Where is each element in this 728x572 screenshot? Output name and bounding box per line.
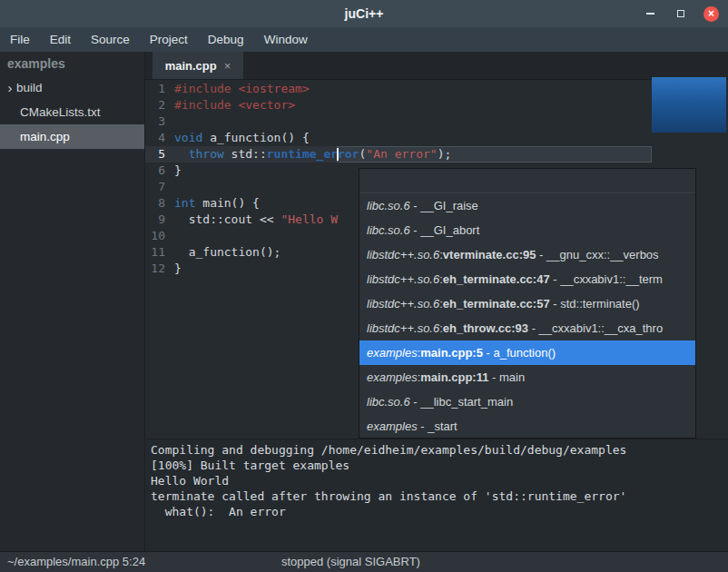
backtrace-list: libc.so.6 - __GI_raiselibc.so.6 - __GI_a… [359, 193, 695, 439]
code-token: void [174, 131, 202, 144]
window-title: juCi++ [0, 0, 728, 27]
code-token: #include [174, 82, 238, 95]
tooltip-overlay [652, 77, 726, 133]
code-token: } [174, 163, 182, 177]
file-tree-item-main-cpp[interactable]: main.cpp [0, 124, 144, 149]
backtrace-frame[interactable]: libc.so.6 - __GI_raise [359, 193, 695, 218]
menu-item-window[interactable]: Window [254, 27, 318, 52]
output-panel: Compiling and debugging /home/eidheim/ex… [145, 439, 728, 551]
line-numbers: 123456789101112 [145, 81, 172, 277]
line-number: 9 [145, 212, 172, 228]
line-number: 2 [145, 97, 172, 113]
backtrace-frame[interactable]: examples:main.cpp:11 - main [359, 365, 695, 390]
menu-item-source[interactable]: Source [81, 27, 140, 52]
code-token: std::cout << [174, 212, 280, 226]
line-number: 3 [145, 113, 172, 130]
frame-library: libstdc++.so.6 [367, 272, 439, 286]
code-line-1: #include <iostream> [174, 81, 728, 97]
file-tree-item-label: CMakeLists.txt [0, 100, 101, 124]
menubar: FileEditSourceProjectDebugWindow [0, 27, 728, 52]
code-token: runtime_er [267, 147, 338, 161]
backtrace-frame[interactable]: libstdc++.so.6:eh_throw.cc:93 - __cxxabi… [359, 316, 695, 340]
backtrace-frame[interactable]: libstdc++.so.6:vterminate.cc:95 - __gnu_… [359, 242, 695, 267]
code-token: throw [189, 147, 224, 161]
window-controls: × [642, 0, 719, 27]
close-button[interactable]: × [703, 6, 719, 22]
file-tree-item-cmakelists-txt[interactable]: CMakeLists.txt [0, 100, 144, 124]
frame-location: main.cpp:11 [420, 370, 488, 384]
line-number: 11 [145, 244, 172, 261]
code-token: ); [438, 147, 452, 161]
backtrace-frame[interactable]: libstdc++.so.6:eh_terminate.cc:47 - __cx… [359, 267, 695, 291]
line-number: 4 [145, 130, 172, 146]
tab-close-icon[interactable]: × [224, 59, 231, 73]
backtrace-frame[interactable]: libstdc++.so.6:eh_terminate.cc:57 - std:… [359, 291, 695, 316]
code-token: <iostream> [238, 82, 309, 95]
file-tree-sidebar: examples ›buildCMakeLists.txtmain.cpp [0, 52, 145, 551]
titlebar[interactable]: juCi++ × [0, 0, 728, 27]
chevron-right-icon[interactable]: › [4, 75, 16, 100]
maximize-icon [677, 10, 684, 17]
tabbar: main.cpp × [145, 52, 728, 80]
file-tree: ›buildCMakeLists.txtmain.cpp [0, 75, 144, 149]
code-line-5: throw std::runtime_error("An error"); [174, 146, 728, 163]
code-token: std:: [224, 147, 267, 161]
backtrace-frame[interactable]: examples:main.cpp:5 - a_function() [359, 340, 695, 365]
output-line: [100%] Built target examples [151, 458, 723, 473]
project-root-label: examples [0, 52, 144, 75]
minimize-button[interactable] [642, 5, 658, 22]
line-number: 7 [145, 179, 172, 195]
frame-library: libstdc++.so.6 [367, 248, 439, 261]
code-token: a_function(); [174, 245, 280, 259]
code-token: main() { [195, 196, 259, 210]
backtrace-popup: libc.so.6 - __GI_raiselibc.so.6 - __GI_a… [359, 168, 696, 439]
menu-item-edit[interactable]: Edit [40, 27, 81, 52]
file-tree-item-build[interactable]: ›build [0, 75, 144, 100]
frame-library: libstdc++.so.6 [367, 297, 439, 311]
line-number: 12 [145, 261, 172, 277]
code-token: "Hello W [280, 212, 338, 226]
code-token: int [174, 196, 195, 210]
debug-status: stopped (signal SIGABRT) [281, 552, 420, 572]
file-tree-item-label: main.cpp [0, 124, 70, 149]
output-line: Compiling and debugging /home/eidheim/ex… [151, 442, 723, 458]
menu-item-project[interactable]: Project [140, 27, 198, 52]
backtrace-frame[interactable]: libc.so.6 - __libc_start_main [359, 390, 695, 414]
menu-item-debug[interactable]: Debug [198, 27, 254, 52]
juci-window: { "colors": { "accent_selection": "#3584… [0, 0, 728, 572]
frame-library: examples [367, 370, 418, 384]
code-token: ror [338, 147, 359, 161]
frame-library: libstdc++.so.6 [367, 321, 439, 335]
code-token [174, 147, 189, 161]
code-line-3 [174, 113, 728, 130]
maximize-button[interactable] [673, 5, 689, 22]
menu-item-file[interactable]: File [0, 27, 40, 52]
close-icon: × [708, 8, 714, 19]
frame-library: examples [367, 419, 418, 433]
line-number: 1 [145, 81, 172, 97]
minimize-icon [646, 13, 654, 15]
frame-location: eh_terminate.cc:57 [443, 297, 550, 311]
backtrace-frame[interactable]: examples - _start [359, 414, 695, 439]
frame-location: main.cpp:5 [420, 346, 483, 360]
output-line: Hello World [151, 473, 723, 488]
output-line: what(): An error [151, 504, 723, 519]
popup-header [359, 169, 695, 193]
line-number: 10 [145, 228, 172, 244]
backtrace-frame[interactable]: libc.so.6 - __GI_abort [359, 218, 695, 242]
code-line-2: #include <vector> [174, 97, 728, 113]
code-token: a_function() { [202, 131, 309, 144]
frame-location: vterminate.cc:95 [443, 248, 536, 261]
code-token: <vector> [238, 98, 295, 112]
code-token: #include [174, 98, 238, 112]
frame-library: libc.so.6 [367, 395, 410, 409]
frame-library: libc.so.6 [367, 223, 410, 237]
file-tree-item-label: build [16, 75, 43, 100]
code-token: "An error" [366, 147, 437, 161]
frame-library: libc.so.6 [367, 199, 410, 212]
statusbar: ~/examples/main.cpp 5:24 stopped (signal… [0, 551, 728, 572]
line-number: 8 [145, 195, 172, 212]
tab-main-cpp[interactable]: main.cpp × [152, 52, 243, 79]
frame-library: examples [367, 346, 418, 360]
code-line-4: void a_function() { [174, 130, 728, 146]
